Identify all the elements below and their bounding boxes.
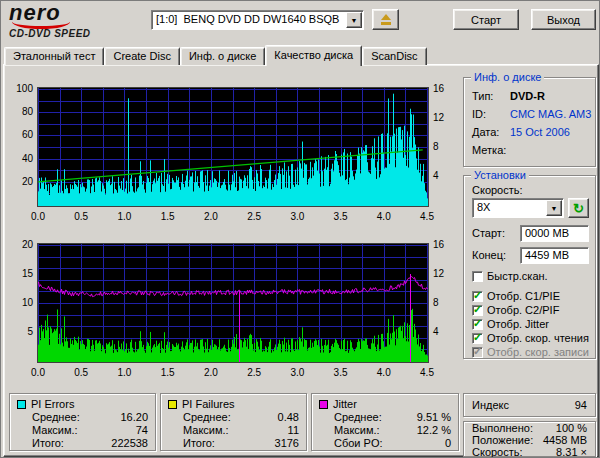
legend-value: 3176: [275, 437, 299, 450]
current-speed-value: 8.31 ×: [556, 446, 587, 458]
pi-errors-plot: [37, 87, 429, 207]
legend-value: 16.20: [120, 411, 148, 424]
tick-label: 4.5: [417, 211, 437, 222]
display-c2-pif-checkbox[interactable]: ✓ Отобр. C2/PIF: [472, 304, 559, 316]
current-speed-label: Скорость:: [472, 446, 523, 458]
tick-label: 15: [9, 268, 33, 279]
disc-id-label: ID:: [472, 108, 510, 120]
tick-label: 2.0: [201, 367, 221, 378]
drive-select[interactable]: [1:0] BENQ DVD DD DW1640 BSQB ▼: [151, 10, 364, 30]
chevron-down-icon[interactable]: ▼: [546, 200, 562, 216]
legend-value: 0.48: [278, 411, 299, 424]
tick-label: 5: [9, 326, 33, 337]
tab-disc-quality[interactable]: Качество диска: [265, 45, 362, 66]
tick-label: 8: [433, 297, 439, 308]
start-position-label: Старт:: [472, 227, 505, 239]
disc-type-value: DVD-R: [510, 90, 545, 102]
checkbox-box: ✓: [472, 319, 483, 330]
display-write-speed-checkbox: ✓ Отобр. скор. записи: [472, 346, 589, 358]
tick-label: 4.0: [374, 211, 394, 222]
legend-label: Максим.:: [32, 424, 78, 437]
tick-label: 0.0: [28, 367, 48, 378]
tick-label: 3.5: [331, 367, 351, 378]
chevron-down-icon[interactable]: ▼: [346, 12, 362, 28]
legend-value: 0: [445, 437, 451, 450]
pi-failures-jitter-chart: 51015204812160.00.51.01.52.02.53.03.54.0…: [9, 231, 459, 385]
tick-label: 4: [433, 170, 439, 181]
exit-button[interactable]: Выход: [531, 9, 596, 30]
disc-type-label: Тип:: [472, 90, 510, 102]
tick-label: 1.0: [114, 367, 134, 378]
tab-scandisc[interactable]: ScanDisc: [362, 47, 426, 65]
progress-panel: Выполнено:100 % Положение:4458 MB Скорос…: [463, 421, 596, 457]
speed-select-value: 8X: [477, 201, 545, 213]
eject-icon: [380, 14, 392, 25]
checkbox-box: ✓: [472, 291, 483, 302]
end-position-field[interactable]: 4459 MB: [520, 247, 589, 264]
legend-label: Итого:: [183, 437, 215, 450]
drive-select-value: [1:0] BENQ DVD DD DW1640 BSQB: [156, 13, 345, 25]
tick-label: 3.0: [287, 367, 307, 378]
tick-label: 16: [433, 83, 444, 94]
legend-value: 74: [136, 424, 148, 437]
cd-dvd-speed-logo-text: CD-DVD SPEED: [9, 28, 141, 39]
tab-disc-info[interactable]: Инф. о диске: [180, 47, 265, 65]
refresh-speeds-button[interactable]: ↻: [568, 198, 589, 218]
legend-label: Итого:: [32, 437, 64, 450]
start-button[interactable]: Старт: [453, 9, 519, 30]
quality-index-label: Индекс: [472, 399, 509, 411]
pi-errors-chart: 204060801004812160.00.51.01.52.02.53.03.…: [9, 75, 459, 227]
disc-id-value: CMC MAG. AM3: [510, 108, 591, 120]
done-value: 100 %: [556, 422, 587, 434]
legend-value: 12.2 %: [417, 424, 451, 437]
tab-create-disc[interactable]: Create Disc: [104, 47, 179, 65]
tick-label: 12: [433, 268, 444, 279]
fast-scan-checkbox[interactable]: Быстр.скан.: [472, 270, 548, 282]
legend-label: Максим.:: [334, 424, 380, 437]
tick-label: 3.0: [287, 211, 307, 222]
fast-scan-label: Быстр.скан.: [487, 270, 548, 282]
legend-label: Среднее:: [32, 411, 80, 424]
position-label: Положение:: [472, 434, 533, 446]
tick-label: 80: [9, 106, 33, 117]
speed-select[interactable]: 8X ▼: [472, 198, 564, 218]
tick-label: 1.5: [158, 211, 178, 222]
legend-title: PI Errors: [31, 398, 74, 410]
checkbox-box: ✓: [472, 305, 483, 316]
tick-label: 16: [433, 239, 444, 250]
tab-benchmark[interactable]: Эталонный тест: [4, 47, 104, 65]
disc-date-label: Дата:: [472, 126, 510, 138]
start-position-field[interactable]: 0000 MB: [520, 225, 589, 242]
legend-value: 11: [288, 424, 299, 437]
tick-label: 40: [9, 153, 33, 164]
tick-label: 3.5: [331, 211, 351, 222]
disc-info-group: Инф. о диске Тип:DVD-R ID:CMC MAG. AM3 Д…: [463, 77, 596, 167]
pi-errors-legend: PI Errors Среднее:16.20 Максим.:74 Итого…: [9, 393, 156, 451]
jitter-swatch: [319, 400, 328, 409]
pi-errors-swatch: [17, 400, 26, 409]
refresh-icon: ↻: [573, 202, 584, 215]
tick-label: 60: [9, 129, 33, 140]
eject-button[interactable]: [372, 9, 399, 30]
tick-label: 4.0: [374, 367, 394, 378]
display-c1-pie-checkbox[interactable]: ✓ Отобр. C1/PIE: [472, 290, 560, 302]
legend-label: Среднее:: [183, 411, 231, 424]
legend-value: 9.51 %: [417, 411, 451, 424]
checkbox-box: [472, 271, 483, 282]
tick-label: 1.5: [158, 367, 178, 378]
speed-label: Скорость:: [472, 184, 523, 196]
tick-label: 20: [9, 176, 33, 187]
tick-label: 2.0: [201, 211, 221, 222]
tick-label: 4: [433, 326, 439, 337]
done-label: Выполнено:: [472, 422, 533, 434]
display-read-speed-checkbox[interactable]: ✓ Отобр. скор. чтения: [472, 332, 589, 344]
disc-date-value: 15 Oct 2006: [510, 126, 570, 138]
tick-label: 20: [9, 239, 33, 250]
display-jitter-checkbox[interactable]: ✓ Отобр. Jitter: [472, 318, 549, 330]
legend-label: Среднее:: [334, 411, 382, 424]
legend-label: Сбои PO:: [334, 437, 383, 450]
tab-strip: Эталонный тест Create Disc Инф. о диске …: [4, 44, 427, 65]
quality-index-value: 94: [575, 399, 587, 411]
legend-label: Максим.:: [183, 424, 229, 437]
pi-failures-jitter-plot: [37, 243, 429, 363]
